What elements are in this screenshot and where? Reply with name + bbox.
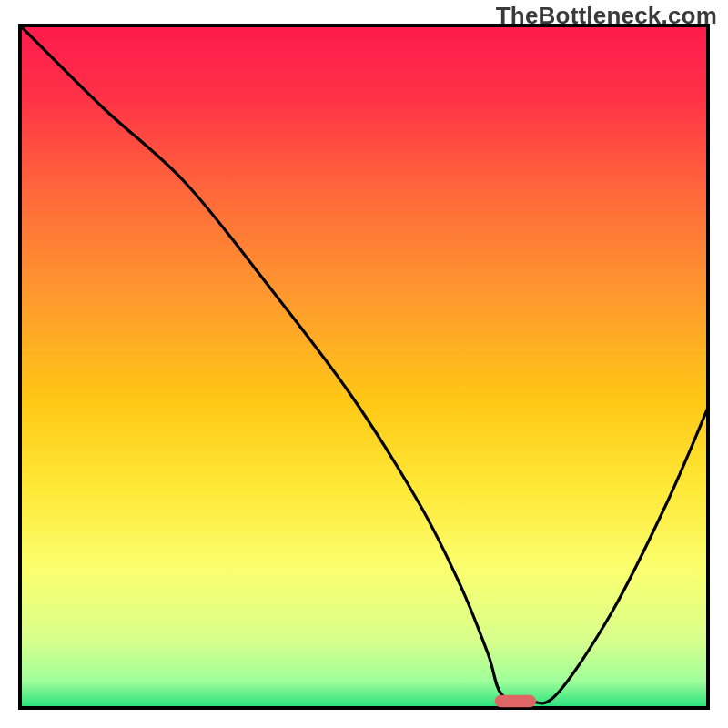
bottleneck-chart (0, 0, 728, 728)
watermark-text: TheBottleneck.com (496, 2, 717, 30)
chart-container: TheBottleneck.com (0, 0, 728, 728)
optimal-marker (495, 695, 536, 708)
